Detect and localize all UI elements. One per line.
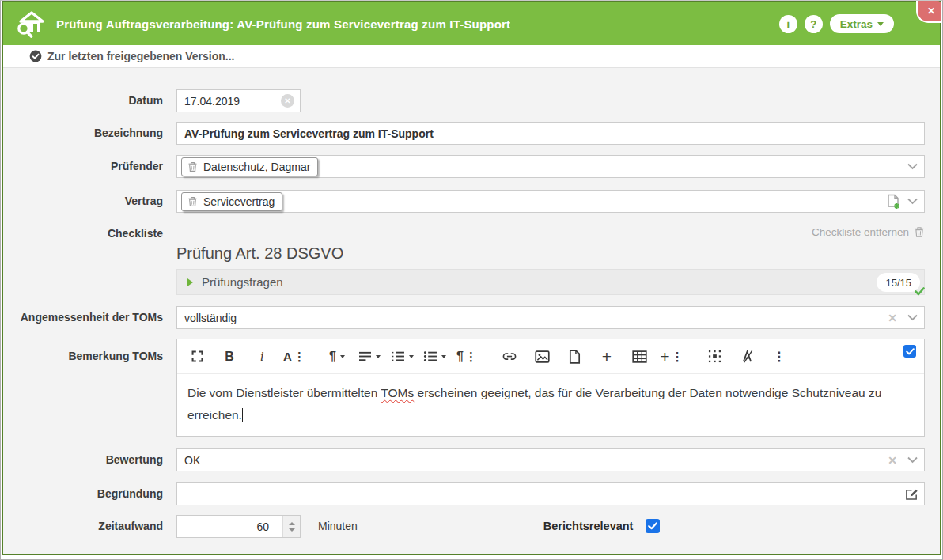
close-button[interactable]: ✕ — [916, 1, 941, 23]
vertrag-combobox[interactable]: Servicevertrag — [176, 190, 925, 213]
bewertung-field: OK ✕ — [176, 448, 925, 471]
editor-text-misspelled: TOMs — [381, 386, 414, 399]
check-icon — [648, 522, 657, 530]
check-icon — [915, 287, 925, 296]
angemessenheit-field: vollständig ✕ — [176, 306, 925, 329]
dialog-window: Prüfung Auftragsverarbeitung: AV-Prüfung… — [2, 1, 941, 555]
bewertung-select[interactable]: OK — [176, 448, 925, 471]
info-button[interactable]: i — [779, 15, 797, 33]
angemessenheit-icons: ✕ — [888, 306, 918, 329]
table-options-icon[interactable]: +⋮ — [660, 343, 684, 370]
berichtsrelevant-checkbox[interactable] — [646, 519, 660, 533]
begruendung-input-wrap — [176, 482, 925, 505]
bold-icon[interactable]: B — [218, 343, 241, 370]
new-document-icon[interactable] — [886, 194, 901, 210]
editor-checkbox[interactable] — [903, 345, 916, 358]
paragraph-format-icon[interactable]: ¶ — [325, 343, 349, 370]
stepper-up-icon[interactable] — [289, 522, 295, 525]
stepper-buttons[interactable] — [282, 516, 300, 537]
chevron-down-icon[interactable] — [907, 314, 918, 321]
row-angemessenheit: Angemessenheit der TOMs vollständig ✕ — [3, 306, 925, 329]
last-released-version-link[interactable]: Zur letzten freigegebenen Version... — [47, 50, 235, 62]
zeitaufwand-unit: Minuten — [318, 515, 358, 538]
help-button[interactable]: ? — [805, 15, 823, 33]
font-options-icon[interactable]: A⋮ — [282, 343, 306, 370]
bezeichnung-input-wrap — [176, 122, 925, 145]
checkliste-label: Checkliste — [3, 225, 176, 240]
progress-badge: 15/15 — [877, 273, 920, 292]
pruefender-chip-label: Datenschutz, Dagmar — [203, 161, 310, 173]
unordered-list-icon[interactable] — [422, 343, 446, 370]
text-cursor — [242, 408, 243, 422]
paragraph-style-icon[interactable]: ¶⋮ — [455, 343, 479, 370]
stepper-down-icon[interactable] — [289, 528, 295, 532]
row-zeitaufwand: Zeitaufwand Minuten Berichtsrelevant — [3, 515, 925, 538]
italic-icon[interactable]: i — [250, 343, 274, 370]
clear-x-icon[interactable]: ✕ — [888, 312, 897, 324]
more-options-icon[interactable]: ⋮ — [767, 343, 791, 370]
extras-button[interactable]: Extras — [830, 14, 894, 33]
row-bewertung: Bewertung OK ✕ — [3, 448, 925, 471]
chevron-down-icon[interactable] — [907, 456, 918, 464]
editor-toolbar: B i A⋮ ¶ — [177, 339, 924, 374]
image-icon[interactable] — [530, 343, 554, 370]
row-bemerkung: Bemerkung TOMs B i A⋮ ¶ — [3, 339, 925, 437]
circle-check-icon — [29, 50, 42, 62]
link-icon[interactable] — [498, 343, 521, 370]
pruefender-combobox[interactable]: Datenschutz, Dagmar — [176, 155, 925, 178]
richtext-editor: B i A⋮ ¶ — [176, 339, 925, 437]
ordered-list-icon[interactable] — [390, 343, 414, 370]
audit-house-icon — [15, 9, 47, 38]
titlebar-actions: i ? Extras — [779, 2, 894, 45]
zeitaufwand-field: Minuten Berichtsrelevant — [176, 515, 925, 538]
vertrag-label: Vertrag — [3, 190, 176, 213]
form-content: Datum ✕ Bezeichnung Prüfender — [3, 68, 940, 538]
angemessenheit-label: Angemessenheit der TOMs — [3, 306, 176, 329]
fullscreen-icon[interactable] — [185, 343, 209, 370]
file-icon[interactable] — [562, 343, 586, 370]
select-all-icon[interactable] — [703, 343, 726, 370]
checkliste-remove-link[interactable]: Checkliste entfernen — [176, 225, 925, 239]
pruefender-chip[interactable]: Datenschutz, Dagmar — [181, 157, 318, 176]
row-begruendung: Begründung — [3, 482, 925, 505]
insert-plus-icon[interactable]: + — [595, 343, 619, 370]
table-icon[interactable] — [627, 343, 651, 370]
align-icon[interactable] — [358, 343, 381, 370]
checkliste-remove-label: Checkliste entfernen — [812, 226, 909, 238]
clear-x-icon: ✕ — [284, 96, 290, 105]
checkliste-title: Prüfung Art. 28 DSGVO — [176, 244, 925, 263]
edit-pencil-icon[interactable] — [905, 487, 918, 504]
chevron-down-icon[interactable] — [907, 163, 918, 170]
bezeichnung-field — [176, 122, 925, 145]
version-bar: Zur letzten freigegebenen Version... — [3, 45, 940, 68]
vertrag-chip-label: Servicevertrag — [203, 195, 275, 208]
bewertung-label: Bewertung — [3, 448, 176, 471]
bemerkung-label: Bemerkung TOMs — [3, 339, 176, 368]
editor-content[interactable]: Die vom Dienstleister übermittelten TOMs… — [177, 374, 924, 436]
datum-clear-button[interactable]: ✕ — [281, 94, 294, 108]
clear-x-icon[interactable]: ✕ — [888, 455, 897, 466]
zeitaufwand-input[interactable] — [184, 520, 293, 533]
close-icon: ✕ — [927, 6, 935, 17]
extras-label: Extras — [840, 18, 873, 30]
chevron-down-icon[interactable] — [907, 198, 918, 205]
angemessenheit-select[interactable]: vollständig — [176, 306, 925, 329]
check-icon — [906, 348, 915, 355]
bezeichnung-input[interactable] — [184, 127, 917, 140]
page-title: Prüfung Auftragsverarbeitung: AV-Prüfung… — [56, 17, 510, 31]
pruefungsfragen-accordion[interactable]: Prüfungsfragen 15/15 — [176, 269, 925, 295]
clear-formatting-icon[interactable] — [735, 343, 759, 370]
datum-input[interactable] — [184, 95, 293, 108]
berichtsrelevant-label: Berichtsrelevant — [543, 515, 634, 538]
datum-field: ✕ — [176, 89, 925, 112]
datum-label: Datum — [3, 89, 176, 112]
help-icon: ? — [810, 18, 816, 30]
row-checkliste: Checkliste Checkliste entfernen Prüfung … — [3, 225, 925, 295]
checkliste-section: Checkliste entfernen Prüfung Art. 28 DSG… — [176, 225, 925, 295]
zeitaufwand-label: Zeitaufwand — [3, 515, 176, 538]
vertrag-chip[interactable]: Servicevertrag — [181, 192, 282, 211]
begruendung-input[interactable] — [184, 488, 917, 501]
bezeichnung-label: Bezeichnung — [3, 122, 176, 145]
titlebar: Prüfung Auftragsverarbeitung: AV-Prüfung… — [3, 2, 940, 45]
begruendung-label: Begründung — [3, 482, 176, 505]
